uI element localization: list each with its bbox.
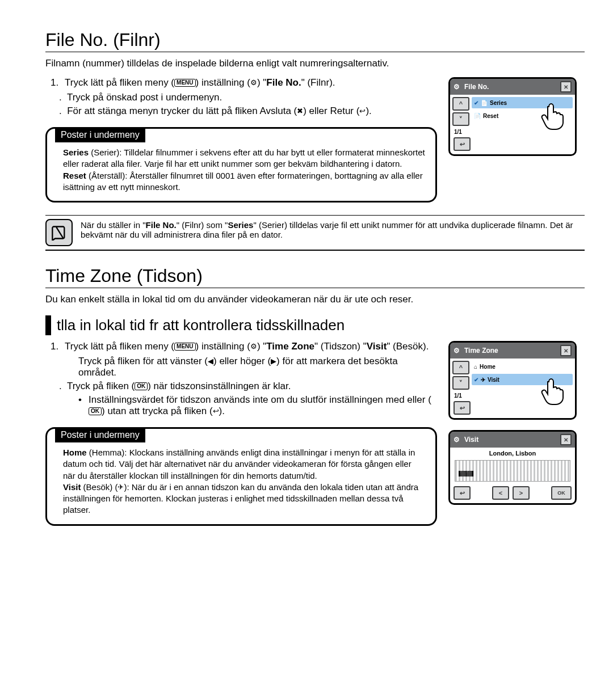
section-title-time-zone: Time Zone (Tidson) [45, 265, 585, 288]
lcd-time-zone: ⚙Time Zone ✕ ^ ˅ 1/1 ⌂ Home ✔✈ Visit [448, 341, 577, 420]
down-button[interactable]: ˅ [452, 376, 469, 390]
poster-box-file-no: Poster i undermeny Series (Serier): Till… [45, 127, 437, 203]
option-reset[interactable]: 📄 Reset [472, 110, 573, 121]
lcd-file-no: ⚙File No. ✕ ^ ˅ 1/1 ✔📄 Series 📄 Reset [448, 77, 577, 156]
return-icon: ↩ [359, 107, 366, 115]
section-title-file-no: File No. (Filnr) [45, 29, 585, 52]
home-icon: ⌂ [474, 364, 477, 370]
right-icon: ▶ [271, 357, 276, 365]
gear-icon: ⚙ [250, 342, 257, 351]
time-zone-step-2: Tryck på fliken för att vänster (◀) elle… [78, 356, 437, 378]
time-zone-bullet-1: Inställningsvärdet för tidszon används i… [78, 394, 437, 417]
file-no-step-2: . Tryck på önskad post i undermenyn. [59, 92, 437, 103]
file-no-intro: Filnamn (nummer) tilldelas de inspelade … [45, 58, 585, 69]
note-icon [45, 219, 73, 246]
time-zone-intro: Du kan enkelt ställa in lokal tid om du … [45, 294, 585, 305]
option-series[interactable]: ✔📄 Series [472, 97, 573, 108]
left-button[interactable]: < [492, 486, 509, 500]
menu-icon: MENU [174, 343, 195, 351]
close-icon: ✖ [297, 107, 303, 115]
up-button[interactable]: ^ [452, 361, 469, 374]
file-no-step-3: . För att stänga menyn trycker du lätt p… [59, 106, 437, 117]
page-indicator: 1/1 [454, 129, 469, 135]
gear-icon: ⚙ [250, 78, 257, 87]
lcd-title: Time Zone [464, 347, 498, 355]
gear-icon: ⚙ [454, 83, 461, 91]
option-home[interactable]: ⌂ Home [472, 361, 573, 372]
ok-icon: OK [135, 382, 148, 390]
right-button[interactable]: > [513, 486, 530, 500]
lcd-title: Visit [464, 436, 478, 444]
poster-tab-label: Poster i undermeny [55, 428, 145, 442]
ok-icon: OK [89, 407, 102, 415]
return-button[interactable]: ↩ [454, 137, 471, 151]
gear-icon: ⚙ [454, 347, 461, 355]
return-button[interactable]: ↩ [454, 486, 471, 500]
time-zone-step-3: . Tryck på fliken (OK) när tidszonsinstä… [59, 381, 437, 392]
file-no-step-1: Tryck lätt på fliken meny (MENU) inställ… [61, 77, 437, 88]
gear-icon: ⚙ [454, 436, 461, 444]
time-zone-step-1: Tryck lätt på fliken meny (MENU) inställ… [61, 341, 437, 352]
poster-tab-label: Poster i undermeny [55, 128, 145, 142]
close-icon[interactable]: ✕ [560, 434, 572, 445]
world-map-graphic: ⬛⬛ [455, 460, 570, 482]
note-file-no: När du ställer in "File No." (Filnr) som… [45, 215, 585, 251]
lcd-visit: ⚙Visit ✕ London, Lisbon ⬛⬛ ↩ < > OK [448, 430, 577, 505]
close-icon[interactable]: ✕ [560, 345, 572, 356]
check-icon: ✔ [474, 100, 478, 106]
lcd-title: File No. [464, 83, 489, 91]
down-button[interactable]: ˅ [452, 112, 469, 126]
close-icon[interactable]: ✕ [560, 81, 572, 92]
subsection-heading: tlla in lokal tid fr att kontrollera tid… [45, 315, 585, 335]
left-icon: ◀ [208, 357, 213, 365]
visit-city-label: London, Lisbon [450, 448, 575, 458]
return-button[interactable]: ↩ [454, 401, 471, 415]
plane-icon: ✈ [481, 377, 485, 383]
return-icon: ↩ [213, 407, 219, 415]
menu-icon: MENU [174, 79, 195, 87]
plane-icon: ✈ [117, 482, 124, 492]
poster-box-time-zone: Poster i undermeny Home (Hemma): Klockan… [45, 427, 437, 526]
up-button[interactable]: ^ [452, 97, 469, 111]
check-icon: ✔ [474, 377, 478, 383]
date-chip: ⬛⬛ [459, 471, 473, 476]
ok-button[interactable]: OK [551, 486, 572, 500]
page-indicator: 1/1 [454, 393, 469, 399]
option-visit[interactable]: ✔✈ Visit [472, 374, 573, 385]
